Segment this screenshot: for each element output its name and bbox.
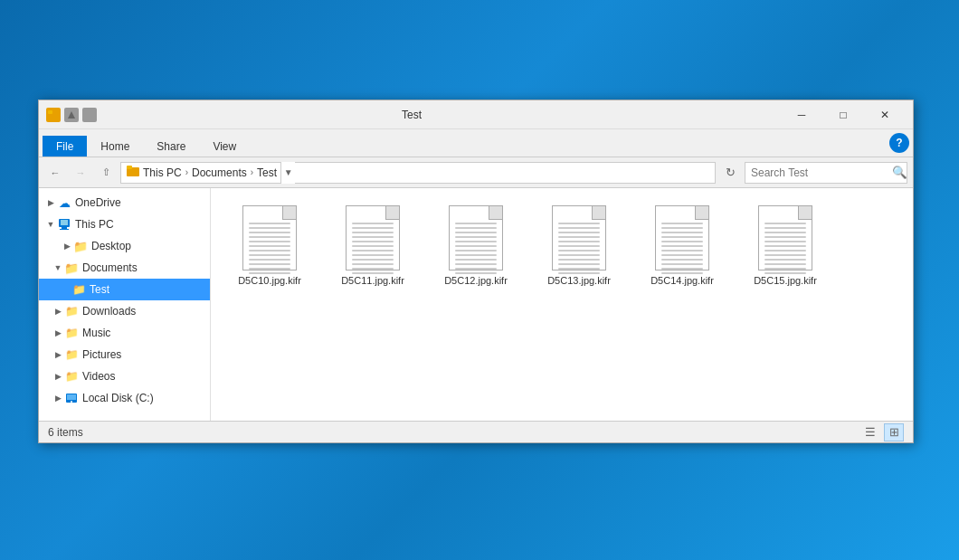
main-area: ▶ ☁ OneDrive ▼ This PC ▶ 📁 Desktop ▼ bbox=[39, 188, 913, 421]
item-count: 6 items bbox=[48, 426, 83, 439]
sidebar-item-videos[interactable]: ▶ 📁 Videos bbox=[39, 365, 210, 387]
minimize-button[interactable]: ─ bbox=[781, 100, 822, 129]
address-dropdown-button[interactable]: ▼ bbox=[280, 162, 295, 184]
arrow-downloads: ▶ bbox=[52, 305, 64, 318]
sidebar-item-test[interactable]: 📁 Test bbox=[39, 279, 210, 300]
large-icons-view-button[interactable]: ⊞ bbox=[884, 423, 904, 441]
sidebar-item-localdisk[interactable]: ▶ Local Disk (C:) bbox=[39, 387, 210, 409]
sidebar: ▶ ☁ OneDrive ▼ This PC ▶ 📁 Desktop ▼ bbox=[39, 188, 211, 421]
svg-rect-7 bbox=[62, 227, 67, 229]
path-part-documents: Documents bbox=[192, 166, 247, 179]
downloads-folder-icon: 📁 bbox=[64, 304, 79, 318]
arrow-onedrive: ▶ bbox=[44, 196, 57, 209]
svg-rect-4 bbox=[127, 166, 132, 169]
content-area: D5C10.jpg.kifr D5C11.jpg.kifr bbox=[211, 188, 913, 421]
window-controls: ─ □ ✕ bbox=[781, 100, 906, 129]
desktop-folder-icon: 📁 bbox=[73, 239, 88, 253]
address-path[interactable]: This PC › Documents › Test ▼ bbox=[120, 162, 716, 184]
sidebar-item-downloads[interactable]: ▶ 📁 Downloads bbox=[39, 300, 210, 322]
view-controls: ☰ ⊞ bbox=[860, 423, 904, 441]
tab-view[interactable]: View bbox=[199, 136, 250, 157]
path-folder-icon bbox=[127, 166, 139, 179]
ribbon-tabs: File Home Share View ? bbox=[39, 129, 913, 157]
tab-home[interactable]: Home bbox=[87, 136, 143, 157]
arrow-music: ▶ bbox=[52, 327, 64, 339]
sidebar-label-test: Test bbox=[90, 283, 109, 296]
details-view-button[interactable]: ☰ bbox=[860, 423, 880, 441]
sidebar-item-music[interactable]: ▶ 📁 Music bbox=[39, 322, 210, 344]
sidebar-item-pictures[interactable]: ▶ 📁 Pictures bbox=[39, 344, 210, 365]
sidebar-label-thispc: This PC bbox=[75, 218, 114, 231]
title-bar: Test ─ □ ✕ bbox=[39, 100, 913, 129]
svg-rect-6 bbox=[61, 220, 68, 225]
file-name: D5C11.jpg.kifr bbox=[341, 274, 404, 287]
search-box: 🔍 bbox=[745, 162, 907, 184]
file-name: D5C15.jpg.kifr bbox=[754, 274, 817, 287]
file-icon bbox=[449, 205, 503, 271]
back-button[interactable]: ← bbox=[44, 162, 66, 184]
sidebar-label-pictures: Pictures bbox=[82, 348, 121, 361]
sidebar-label-desktop: Desktop bbox=[91, 240, 131, 252]
drive-icon bbox=[64, 391, 79, 405]
music-folder-icon: 📁 bbox=[64, 326, 79, 340]
path-part-test: Test bbox=[257, 166, 277, 179]
sidebar-item-documents[interactable]: ▼ 📁 Documents bbox=[39, 257, 210, 279]
address-bar: ← → ⇧ This PC › Documents › Test ▼ ↻ 🔍 bbox=[39, 157, 913, 188]
sidebar-label-localdisk: Local Disk (C:) bbox=[82, 392, 154, 404]
file-icon bbox=[242, 205, 297, 271]
file-item[interactable]: D5C13.jpg.kifr bbox=[529, 197, 629, 291]
status-bar: 6 items ☰ ⊞ bbox=[39, 421, 913, 442]
sidebar-label-music: Music bbox=[82, 327, 110, 339]
sidebar-label-documents: Documents bbox=[82, 261, 138, 274]
file-item[interactable]: D5C10.jpg.kifr bbox=[220, 197, 319, 291]
sidebar-item-onedrive[interactable]: ▶ ☁ OneDrive bbox=[39, 192, 210, 214]
onedrive-icon: ☁ bbox=[57, 195, 71, 210]
window-title: Test bbox=[43, 109, 781, 121]
file-icon bbox=[346, 205, 400, 271]
sidebar-item-thispc[interactable]: ▼ This PC bbox=[39, 214, 210, 235]
sidebar-label-videos: Videos bbox=[82, 370, 115, 383]
maximize-button[interactable]: □ bbox=[822, 100, 864, 129]
file-name: D5C10.jpg.kifr bbox=[238, 274, 301, 287]
file-item[interactable]: D5C12.jpg.kifr bbox=[426, 197, 526, 291]
file-name: D5C12.jpg.kifr bbox=[444, 274, 508, 287]
file-explorer-window: Test ─ □ ✕ File Home Share View ? ← → ⇧ … bbox=[38, 100, 914, 443]
file-name: D5C13.jpg.kifr bbox=[547, 274, 611, 287]
file-icon bbox=[655, 205, 709, 271]
search-button[interactable]: 🔍 bbox=[892, 163, 907, 183]
test-folder-icon: 📁 bbox=[71, 282, 86, 297]
close-button[interactable]: ✕ bbox=[864, 100, 906, 129]
ribbon: File Home Share View ? bbox=[39, 129, 913, 157]
up-button[interactable]: ⇧ bbox=[95, 162, 117, 184]
svg-rect-8 bbox=[60, 229, 69, 230]
arrow-videos: ▶ bbox=[52, 370, 64, 383]
arrow-thispc: ▼ bbox=[44, 218, 57, 231]
file-item[interactable]: D5C11.jpg.kifr bbox=[323, 197, 423, 291]
arrow-localdisk: ▶ bbox=[52, 392, 64, 404]
pictures-folder-icon: 📁 bbox=[64, 347, 79, 362]
file-name: D5C14.jpg.kifr bbox=[650, 274, 714, 287]
arrow-documents: ▼ bbox=[52, 261, 64, 274]
file-icon bbox=[758, 205, 812, 271]
sidebar-item-desktop[interactable]: ▶ 📁 Desktop bbox=[39, 235, 210, 257]
sidebar-label-downloads: Downloads bbox=[82, 305, 136, 318]
file-icon bbox=[552, 205, 606, 271]
search-input[interactable] bbox=[745, 166, 892, 179]
forward-button[interactable]: → bbox=[70, 162, 91, 184]
arrow-desktop: ▶ bbox=[61, 240, 73, 252]
videos-folder-icon: 📁 bbox=[64, 369, 79, 384]
sidebar-label-onedrive: OneDrive bbox=[75, 196, 121, 209]
documents-folder-icon: 📁 bbox=[64, 261, 79, 275]
file-item[interactable]: D5C14.jpg.kifr bbox=[632, 197, 732, 291]
refresh-button[interactable]: ↻ bbox=[719, 162, 741, 184]
file-item[interactable]: D5C15.jpg.kifr bbox=[736, 197, 835, 291]
path-part-thispc: This PC bbox=[143, 166, 182, 179]
tab-file[interactable]: File bbox=[43, 136, 87, 157]
svg-point-11 bbox=[71, 401, 72, 403]
tab-share[interactable]: Share bbox=[143, 136, 199, 157]
svg-rect-10 bbox=[67, 394, 76, 400]
arrow-pictures: ▶ bbox=[52, 348, 64, 361]
help-button[interactable]: ? bbox=[889, 133, 909, 153]
computer-icon bbox=[57, 217, 71, 232]
